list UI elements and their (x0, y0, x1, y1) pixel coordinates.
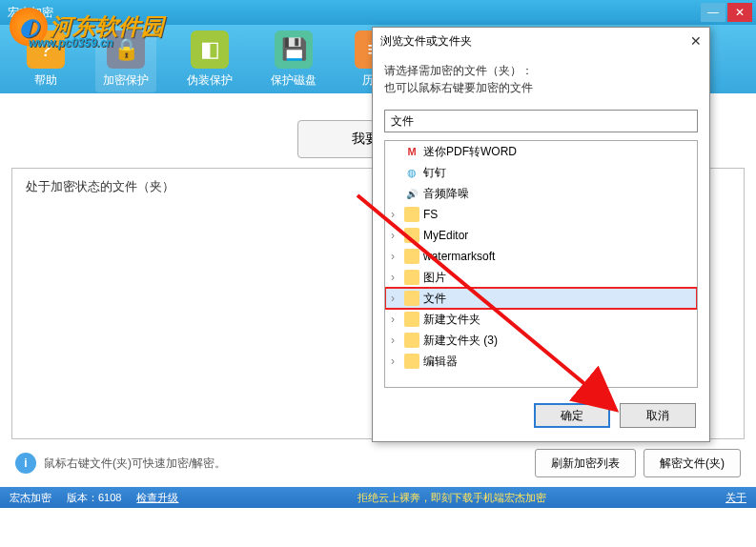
folder-icon (404, 291, 419, 306)
disk-icon: 💾 (275, 30, 313, 69)
title-bar: 宏杰加密 — ✕ (0, 0, 756, 25)
expand-chevron-icon: › (391, 355, 400, 368)
file-tree-label: watermarksoft (423, 250, 495, 263)
dialog-line2: 也可以鼠标右键要加密的文件 (384, 79, 698, 96)
toolbar-disk[interactable]: 💾 保护磁盘 (263, 27, 324, 92)
toolbar-label: 伪装保护 (187, 72, 233, 89)
file-tree-item[interactable]: 🔊音频降噪 (385, 183, 697, 204)
ok-button[interactable]: 确定 (534, 403, 610, 428)
minimize-button[interactable]: — (701, 3, 725, 22)
status-bar: 宏杰加密 版本：6108 检查升级 拒绝云上裸奔，即刻下载手机端宏杰加密 关于 (0, 487, 756, 508)
folder-icon (404, 228, 419, 243)
toolbar-label: 帮助 (34, 72, 57, 89)
sound-icon: 🔊 (404, 186, 419, 201)
dialog-prompt: 请选择需加密的文件（夹）： 也可以鼠标右键要加密的文件 (373, 54, 709, 104)
file-tree-label: 钉钉 (423, 165, 446, 181)
toolbar-encrypt[interactable]: 🔒 加密保护 (95, 27, 156, 92)
app-m-icon: M (404, 144, 419, 159)
toolbar-disguise[interactable]: ◧ 伪装保护 (179, 27, 240, 92)
disguise-icon: ◧ (191, 30, 229, 69)
info-icon: i (15, 453, 36, 474)
browse-dialog: 浏览文件或文件夹 ✕ 请选择需加密的文件（夹）： 也可以鼠标右键要加密的文件 M… (372, 27, 710, 442)
status-version: 版本：6108 (67, 491, 121, 505)
file-tree-label: FS (423, 208, 438, 221)
file-tree-label: 新建文件夹 (3) (423, 333, 498, 349)
file-tree-item[interactable]: ›编辑器 (385, 351, 697, 372)
expand-chevron-icon: › (391, 313, 400, 326)
file-tree-item[interactable]: ›新建文件夹 (385, 309, 697, 330)
folder-icon (404, 207, 419, 222)
file-tree-item[interactable]: ›MyEditor (385, 225, 697, 246)
close-button[interactable]: ✕ (727, 3, 752, 22)
dialog-titlebar: 浏览文件或文件夹 ✕ (373, 28, 709, 54)
tip-text: 鼠标右键文件(夹)可快速加密/解密。 (44, 456, 226, 472)
status-upgrade[interactable]: 检查升级 (136, 491, 178, 505)
expand-chevron-icon: › (391, 229, 400, 242)
file-tree-item[interactable]: ›watermarksoft (385, 246, 697, 267)
status-app: 宏杰加密 (10, 491, 51, 505)
file-tree-label: MyEditor (423, 229, 468, 242)
file-tree-item[interactable]: ›新建文件夹 (3) (385, 330, 697, 351)
expand-chevron-icon: › (391, 271, 400, 284)
tip-row: i 鼠标右键文件(夹)可快速加密/解密。 刷新加密列表 解密文件(夹) (0, 439, 756, 487)
file-tree-label: 编辑器 (423, 354, 458, 370)
dialog-buttons: 确定 取消 (373, 390, 709, 441)
toolbar-help[interactable]: ? 帮助 (19, 27, 72, 92)
file-tree[interactable]: M迷你PDF转WORD◍钉钉🔊音频降噪›FS›MyEditor›watermar… (384, 140, 698, 388)
file-tree-label: 新建文件夹 (423, 312, 480, 328)
file-tree-item[interactable]: ›FS (385, 204, 697, 225)
file-tree-item[interactable]: M迷你PDF转WORD (385, 141, 697, 162)
path-input[interactable] (384, 110, 698, 132)
status-about[interactable]: 关于 (725, 491, 746, 505)
file-tree-label: 迷你PDF转WORD (423, 144, 517, 160)
file-tree-item[interactable]: ›文件 (385, 288, 697, 309)
folder-icon (404, 270, 419, 285)
decrypt-button[interactable]: 解密文件(夹) (644, 449, 741, 477)
dialog-line1: 请选择需加密的文件（夹）： (384, 62, 698, 79)
globe-icon: ◍ (404, 165, 419, 180)
expand-chevron-icon: › (391, 334, 400, 347)
status-promo[interactable]: 拒绝云上裸奔，即刻下载手机端宏杰加密 (194, 491, 710, 505)
refresh-button[interactable]: 刷新加密列表 (535, 449, 636, 477)
folder-icon (404, 354, 419, 369)
file-tree-label: 图片 (423, 270, 446, 286)
cancel-button[interactable]: 取消 (620, 403, 696, 428)
encrypt-icon: 🔒 (107, 30, 145, 69)
dialog-close-icon[interactable]: ✕ (690, 33, 702, 49)
file-tree-label: 音频降噪 (423, 186, 469, 202)
dialog-title: 浏览文件或文件夹 (380, 33, 472, 50)
expand-chevron-icon: › (391, 292, 400, 305)
help-icon: ? (27, 30, 65, 69)
folder-icon (404, 249, 419, 264)
window-title: 宏杰加密 (8, 5, 699, 21)
folder-icon (404, 333, 419, 348)
toolbar-label: 加密保护 (103, 72, 149, 89)
file-tree-item[interactable]: ◍钉钉 (385, 162, 697, 183)
folder-icon (404, 312, 419, 327)
expand-chevron-icon: › (391, 250, 400, 263)
file-tree-label: 文件 (423, 291, 446, 307)
file-tree-item[interactable]: ›图片 (385, 267, 697, 288)
toolbar-label: 保护磁盘 (271, 72, 317, 89)
expand-chevron-icon: › (391, 208, 400, 221)
